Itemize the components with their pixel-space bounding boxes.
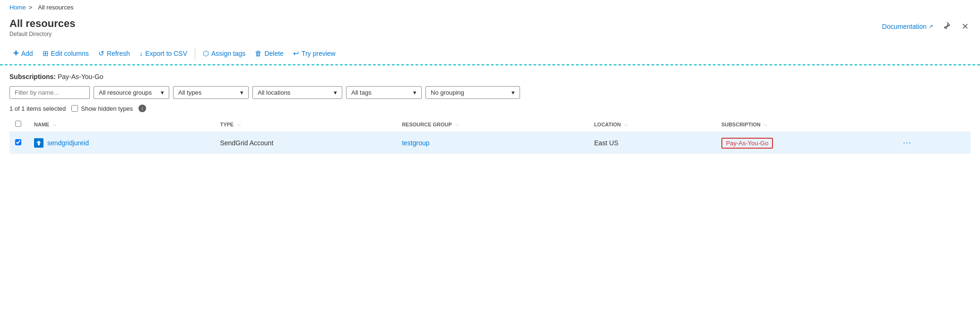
column-resource-group-label: RESOURCE GROUP [402,122,452,127]
toolbar-separator [195,48,195,59]
resource-group-link[interactable]: testgroup [402,139,429,147]
locations-chevron-icon: ▾ [334,89,337,96]
resource-name-link[interactable]: sendgridjureid [34,138,208,148]
filter-by-name-input[interactable] [9,86,90,99]
subscriptions-label: Subscriptions: Pay-As-You-Go [9,73,971,80]
column-header-resource-group[interactable]: RESOURCE GROUP ↑↓ [396,117,589,132]
table-header: NAME ↑↓ TYPE ↑↓ RESOURCE GROUP ↑↓ LOCATI… [9,117,971,132]
types-dropdown[interactable]: All types ▾ [173,86,249,99]
external-link-icon: ↗ [928,23,933,30]
subscription-badge[interactable]: Pay-As-You-Go [721,138,773,149]
locations-dropdown[interactable]: All locations ▾ [252,86,342,99]
row-actions-cell: ··· [893,132,971,154]
toolbar: + Add ⊞ Edit columns ↺ Refresh ↓ Export … [0,42,980,65]
column-header-name[interactable]: NAME ↑↓ [28,117,214,132]
header-left: All resources Default Directory [9,18,75,37]
grouping-label: No grouping [431,89,464,96]
show-hidden-types-text: Show hidden types [81,105,133,112]
content-area: Subscriptions: Pay-As-You-Go All resourc… [0,65,980,161]
try-preview-label: Try preview [302,50,336,57]
header-right: Documentation ↗ ✕ [882,18,971,34]
grouping-dropdown[interactable]: No grouping ▾ [425,86,520,99]
subscriptions-value-text: Pay-As-You-Go [58,73,104,80]
page-title: All resources [9,18,75,30]
table-header-row: NAME ↑↓ TYPE ↑↓ RESOURCE GROUP ↑↓ LOCATI… [9,117,971,132]
items-count: 1 of 1 items selected [9,105,66,112]
export-csv-icon: ↓ [139,49,143,57]
breadcrumb-home[interactable]: Home [9,4,26,11]
close-button[interactable]: ✕ [960,19,971,34]
refresh-icon: ↺ [98,49,104,58]
breadcrumb: Home > All resources [0,0,980,15]
pin-button[interactable] [941,20,952,33]
column-location-label: LOCATION [594,122,621,127]
page-header: All resources Default Directory Document… [0,15,980,42]
row-subscription-cell: Pay-As-You-Go [716,132,893,154]
resource-name-text: sendgridjureid [47,139,89,147]
assign-tags-button[interactable]: ⬡ Assign tags [199,47,249,60]
refresh-button[interactable]: ↺ Refresh [95,47,134,60]
resource-groups-dropdown[interactable]: All resource groups ▾ [94,86,169,99]
resource-groups-label: All resource groups [99,89,152,96]
grouping-chevron-icon: ▾ [512,89,515,96]
breadcrumb-separator: > [29,4,33,11]
subscription-sort-icon[interactable]: ↑↓ [764,124,768,127]
row-more-button[interactable]: ··· [899,137,915,149]
locations-label: All locations [258,89,290,96]
column-header-type[interactable]: TYPE ↑↓ [214,117,396,132]
location-sort-icon[interactable]: ↑↓ [624,124,628,127]
try-preview-icon: ↩ [293,49,299,58]
column-type-label: TYPE [220,122,234,127]
tags-label: All tags [351,89,372,96]
resources-table: NAME ↑↓ TYPE ↑↓ RESOURCE GROUP ↑↓ LOCATI… [9,117,971,154]
resource-icon [34,138,43,148]
edit-columns-button[interactable]: ⊞ Edit columns [39,47,93,60]
delete-button[interactable]: 🗑 Delete [251,47,287,59]
show-hidden-types-label[interactable]: Show hidden types [71,105,133,112]
column-header-location[interactable]: LOCATION ↑↓ [589,117,716,132]
header-checkbox-cell [9,117,28,132]
column-header-subscription[interactable]: SUBSCRIPTION ↑↓ [716,117,893,132]
row-location-text: East US [594,139,618,147]
add-button[interactable]: + Add [9,46,37,61]
row-resource-group-cell: testgroup [396,132,589,154]
row-checkbox[interactable] [15,139,21,145]
edit-columns-label: Edit columns [51,50,89,57]
resource-group-sort-icon[interactable]: ↑↓ [455,124,459,127]
delete-label: Delete [264,50,283,57]
add-icon: + [13,48,19,59]
type-sort-icon[interactable]: ↑↓ [237,124,241,127]
filters-row: All resource groups ▾ All types ▾ All lo… [9,86,971,99]
types-chevron-icon: ▾ [240,89,243,96]
assign-tags-label: Assign tags [211,50,245,57]
edit-columns-icon: ⊞ [43,49,49,58]
row-type-cell: SendGrid Account [214,132,396,154]
documentation-label: Documentation [882,23,927,30]
table-row: sendgridjureid SendGrid Account testgrou… [9,132,971,154]
assign-tags-icon: ⬡ [203,49,209,58]
info-icon[interactable]: i [139,105,146,112]
row-info: 1 of 1 items selected Show hidden types … [9,105,971,112]
try-preview-button[interactable]: ↩ Try preview [289,47,339,60]
select-all-checkbox[interactable] [15,121,21,127]
refresh-label: Refresh [107,50,130,57]
page-subtitle: Default Directory [9,31,75,37]
name-sort-icon[interactable]: ↑↓ [52,124,56,127]
tags-dropdown[interactable]: All tags ▾ [346,86,422,99]
add-label: Add [21,50,33,57]
breadcrumb-current: All resources [38,4,73,11]
export-csv-label: Export to CSV [145,50,187,57]
column-name-label: NAME [34,122,49,127]
row-type-text: SendGrid Account [220,139,273,147]
row-location-cell: East US [589,132,716,154]
types-label: All types [178,89,201,96]
row-name-cell: sendgridjureid [28,132,214,154]
subscriptions-key: Subscriptions: [9,73,56,80]
show-hidden-types-checkbox[interactable] [71,105,78,112]
delete-icon: 🗑 [255,49,262,57]
export-csv-button[interactable]: ↓ Export to CSV [136,47,191,59]
column-subscription-label: SUBSCRIPTION [721,122,761,127]
row-checkbox-cell [9,132,28,154]
documentation-link[interactable]: Documentation ↗ [882,23,933,30]
resource-groups-chevron-icon: ▾ [161,89,164,96]
